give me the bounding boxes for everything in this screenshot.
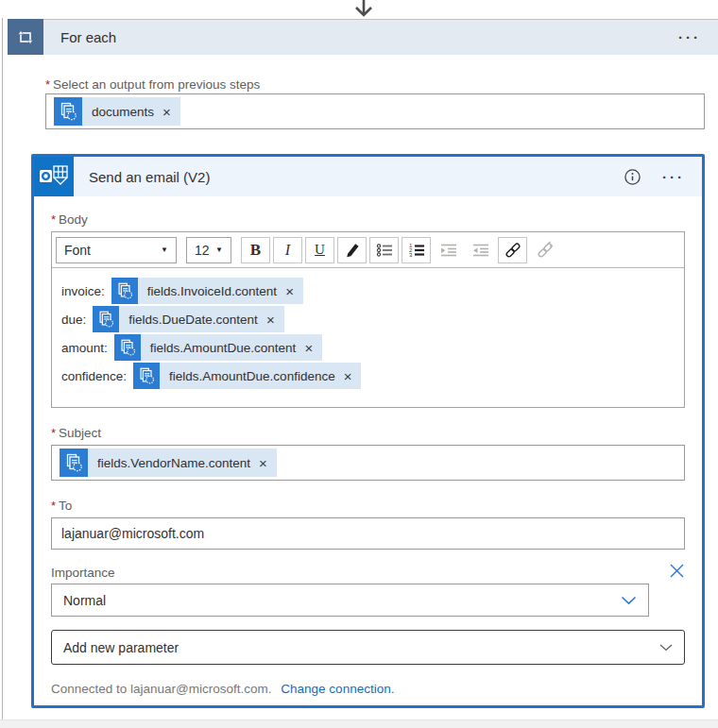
to-value: lajanuar@microsoft.com — [61, 526, 204, 541]
due-date-token[interactable]: fields.DueDate.content × — [93, 306, 283, 332]
insert-link-button[interactable] — [498, 237, 527, 263]
to-field-label: *To — [51, 497, 685, 514]
dynamic-content-icon — [133, 363, 160, 389]
token-remove-icon[interactable]: × — [285, 284, 294, 298]
indent-button — [434, 237, 463, 263]
caret-down-icon: ▼ — [215, 245, 223, 254]
token-remove-icon[interactable]: × — [162, 105, 171, 119]
body-content-area[interactable]: invoice: fields.InvoiceId.content × due: — [52, 268, 684, 407]
dynamic-content-icon — [54, 97, 82, 126]
importance-label-row: Importance — [51, 566, 685, 580]
body-line: confidence: fields.AmountDue.confidence … — [61, 363, 675, 389]
numbered-list-button[interactable]: 1 2 3 — [402, 237, 431, 263]
remove-importance-icon[interactable] — [669, 563, 685, 579]
body-field-label: *Body — [51, 211, 685, 228]
connected-status-text: Connected to lajanuar@microsoft.com. — [51, 682, 272, 696]
connection-footer: Connected to lajanuar@microsoft.com. Cha… — [51, 682, 685, 696]
italic-button[interactable]: I — [273, 237, 302, 263]
token-label: fields.VendorName.content — [97, 456, 250, 470]
importance-dropdown[interactable]: Normal — [51, 584, 649, 617]
next-step-area — [0, 720, 718, 728]
token-label: documents — [92, 105, 154, 119]
token-remove-icon[interactable]: × — [344, 369, 352, 383]
for-each-menu-button[interactable]: ··· — [678, 29, 701, 45]
flow-connector-arrow-icon — [351, 0, 376, 17]
subject-field-label: *Subject — [51, 424, 685, 441]
add-new-parameter-dropdown[interactable]: Add new parameter — [51, 630, 685, 665]
underline-button[interactable]: U — [305, 237, 334, 263]
font-size-dropdown[interactable]: 12 ▼ — [186, 237, 231, 263]
dynamic-content-icon — [111, 278, 138, 304]
invoice-id-token[interactable]: fields.InvoiceId.content × — [111, 278, 303, 304]
output-field-label: *Select an output from previous steps — [45, 76, 260, 93]
send-email-card: Send an email (V2) ··· *Body Font ▼ — [31, 154, 705, 708]
required-marker: * — [45, 77, 50, 92]
token-remove-icon[interactable]: × — [304, 341, 313, 355]
for-each-header[interactable]: For each ··· — [8, 19, 718, 55]
required-marker: * — [51, 499, 56, 513]
body-line: due: fields.DueDate.content × — [61, 306, 675, 332]
send-email-title: Send an email (V2) — [89, 169, 210, 185]
bold-button[interactable]: B — [241, 237, 270, 263]
token-remove-icon[interactable]: × — [259, 456, 267, 470]
outdent-button — [466, 237, 495, 263]
body-richtext-field[interactable]: Font ▼ 12 ▼ B I U — [51, 231, 685, 408]
font-family-dropdown[interactable]: Font ▼ — [56, 237, 177, 263]
chevron-down-icon — [621, 596, 637, 605]
to-input[interactable]: lajanuar@microsoft.com — [51, 517, 685, 550]
token-label: fields.InvoiceId.content — [147, 284, 277, 298]
change-connection-link[interactable]: Change connection. — [281, 682, 394, 696]
send-email-header[interactable]: Send an email (V2) ··· — [34, 157, 702, 196]
body-line: amount: fields.AmountDue.content × — [61, 334, 675, 361]
dynamic-content-icon — [93, 306, 119, 332]
chevron-down-icon — [659, 644, 673, 652]
highlight-pen-button[interactable] — [337, 237, 367, 263]
scope-left-border — [2, 18, 3, 728]
bullet-list-button[interactable] — [369, 237, 399, 263]
required-marker: * — [51, 426, 56, 440]
token-remove-icon[interactable]: × — [266, 313, 275, 327]
token-label: fields.DueDate.content — [128, 313, 258, 327]
svg-text:3: 3 — [409, 252, 413, 258]
remove-link-button — [530, 237, 559, 263]
required-marker: * — [51, 212, 56, 227]
importance-value: Normal — [63, 593, 106, 608]
caret-down-icon: ▼ — [161, 245, 168, 254]
documents-token[interactable]: documents × — [54, 97, 180, 126]
for-each-icon — [8, 19, 43, 55]
token-label: fields.AmountDue.content — [150, 341, 297, 355]
body-line: invoice: fields.InvoiceId.content × — [61, 278, 675, 304]
send-email-menu-button[interactable]: ··· — [662, 169, 685, 185]
select-output-input[interactable]: documents × — [45, 93, 705, 129]
token-label: fields.AmountDue.confidence — [169, 369, 335, 383]
for-each-title: For each — [60, 29, 116, 45]
info-icon[interactable] — [624, 168, 641, 186]
importance-field-label: Importance — [51, 566, 115, 580]
richtext-toolbar: Font ▼ 12 ▼ B I U — [52, 232, 684, 268]
outlook-icon — [34, 157, 74, 196]
dynamic-content-icon — [114, 334, 141, 361]
confidence-token[interactable]: fields.AmountDue.confidence × — [133, 363, 361, 389]
dynamic-content-icon — [60, 449, 88, 477]
amount-due-token[interactable]: fields.AmountDue.content × — [114, 334, 322, 361]
subject-input[interactable]: fields.VendorName.content × — [51, 445, 685, 481]
vendor-name-token[interactable]: fields.VendorName.content × — [60, 449, 277, 477]
